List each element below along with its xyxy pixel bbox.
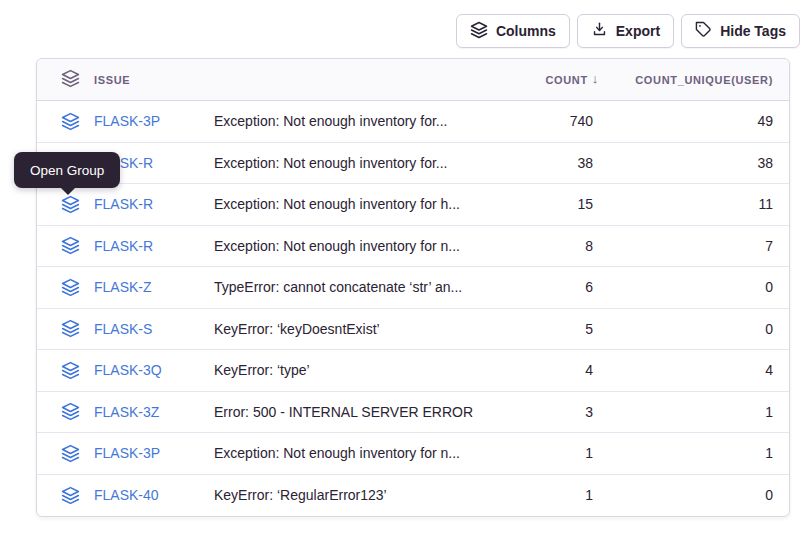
issue-cell: FLASK-40 bbox=[37, 486, 214, 505]
count-unique-value: 1 bbox=[609, 445, 789, 461]
table-row: FLASK-3P Exception: Not enough inventory… bbox=[37, 433, 789, 475]
table-row: FLASK-R Exception: Not enough inventory … bbox=[37, 226, 789, 268]
tag-icon bbox=[695, 21, 712, 41]
issue-link[interactable]: FLASK-3Q bbox=[94, 362, 162, 378]
table-header: ISSUE COUNT ↓ COUNT_UNIQUE(USER) bbox=[37, 59, 789, 101]
issue-title: Exception: Not enough inventory for n... bbox=[214, 445, 499, 461]
open-group-button[interactable] bbox=[61, 319, 80, 338]
toolbar: Columns Export Hide Tags bbox=[456, 14, 800, 48]
count-value: 1 bbox=[499, 445, 609, 461]
download-icon bbox=[591, 21, 608, 41]
table-row: FLASK-40 KeyError: ‘RegularError123’ 1 0 bbox=[37, 475, 789, 517]
issue-cell: FLASK-3P bbox=[37, 112, 214, 131]
layers-icon bbox=[470, 21, 488, 42]
issue-cell: FLASK-3P bbox=[37, 444, 214, 463]
open-group-button[interactable] bbox=[61, 195, 80, 214]
table-row: FLASK-Z TypeError: cannot concatenate ‘s… bbox=[37, 267, 789, 309]
count-unique-value: 0 bbox=[609, 279, 789, 295]
column-header-count-label: COUNT bbox=[545, 74, 587, 86]
count-value: 1 bbox=[499, 487, 609, 503]
issue-cell: FLASK-S bbox=[37, 319, 214, 338]
issue-link[interactable]: FLASK-3P bbox=[94, 113, 160, 129]
column-header-issue[interactable]: ISSUE bbox=[37, 69, 214, 90]
issue-title: Exception: Not enough inventory for... bbox=[214, 155, 499, 171]
count-value: 4 bbox=[499, 362, 609, 378]
issue-link[interactable]: FLASK-3P bbox=[94, 445, 160, 461]
open-group-button[interactable] bbox=[61, 278, 80, 297]
open-group-button[interactable] bbox=[61, 361, 80, 380]
table-row: FLASK-R Exception: Not enough inventory … bbox=[37, 184, 789, 226]
count-value: 5 bbox=[499, 321, 609, 337]
issue-cell: FLASK-3Z bbox=[37, 402, 214, 421]
table-row: FLASK-3Q KeyError: ‘type’ 4 4 bbox=[37, 350, 789, 392]
column-header-count[interactable]: COUNT ↓ bbox=[499, 72, 609, 87]
issue-title: KeyError: ‘keyDoesntExist’ bbox=[214, 321, 499, 337]
issue-title: Exception: Not enough inventory for n... bbox=[214, 238, 499, 254]
issue-cell: FLASK-3Q bbox=[37, 361, 214, 380]
issue-title: Exception: Not enough inventory for... bbox=[214, 113, 499, 129]
issue-cell: FLASK-R bbox=[37, 236, 214, 255]
count-unique-value: 11 bbox=[609, 196, 789, 212]
count-unique-value: 49 bbox=[609, 113, 789, 129]
count-value: 15 bbox=[499, 196, 609, 212]
discover-results-page: Columns Export Hide Tags bbox=[0, 0, 807, 538]
table-row: FLASK-R Exception: Not enough inventory … bbox=[37, 143, 789, 185]
open-group-button[interactable] bbox=[61, 402, 80, 421]
table-row: FLASK-3Z Error: 500 - INTERNAL SERVER ER… bbox=[37, 392, 789, 434]
issue-link[interactable]: FLASK-Z bbox=[94, 279, 152, 295]
issue-link[interactable]: FLASK-R bbox=[94, 238, 153, 254]
columns-button[interactable]: Columns bbox=[456, 14, 570, 48]
column-header-count-unique[interactable]: COUNT_UNIQUE(USER) bbox=[609, 74, 789, 86]
export-button[interactable]: Export bbox=[577, 14, 674, 48]
table-row: FLASK-3P Exception: Not enough inventory… bbox=[37, 101, 789, 143]
count-value: 38 bbox=[499, 155, 609, 171]
issue-link[interactable]: FLASK-S bbox=[94, 321, 152, 337]
table-row: FLASK-S KeyError: ‘keyDoesntExist’ 5 0 bbox=[37, 309, 789, 351]
count-unique-value: 38 bbox=[609, 155, 789, 171]
column-header-issue-label: ISSUE bbox=[94, 74, 130, 86]
count-unique-value: 0 bbox=[609, 487, 789, 503]
issue-link[interactable]: FLASK-3Z bbox=[94, 404, 159, 420]
export-button-label: Export bbox=[616, 23, 660, 39]
issue-title: KeyError: ‘RegularError123’ bbox=[214, 487, 499, 503]
count-unique-value: 7 bbox=[609, 238, 789, 254]
issue-link[interactable]: FLASK-40 bbox=[94, 487, 159, 503]
layers-icon bbox=[61, 69, 80, 90]
count-value: 3 bbox=[499, 404, 609, 420]
issue-cell: FLASK-R bbox=[37, 195, 214, 214]
issue-title: TypeError: cannot concatenate ‘str’ an..… bbox=[214, 279, 499, 295]
issue-title: Exception: Not enough inventory for h... bbox=[214, 196, 499, 212]
count-value: 8 bbox=[499, 238, 609, 254]
count-unique-value: 0 bbox=[609, 321, 789, 337]
issue-cell: FLASK-Z bbox=[37, 278, 214, 297]
count-unique-value: 1 bbox=[609, 404, 789, 420]
open-group-tooltip: Open Group bbox=[14, 152, 120, 188]
issue-link[interactable]: FLASK-R bbox=[94, 196, 153, 212]
issue-title: KeyError: ‘type’ bbox=[214, 362, 499, 378]
table-body: FLASK-3P Exception: Not enough inventory… bbox=[37, 101, 789, 516]
hide-tags-button-label: Hide Tags bbox=[720, 23, 786, 39]
columns-button-label: Columns bbox=[496, 23, 556, 39]
open-group-button[interactable] bbox=[61, 486, 80, 505]
open-group-button[interactable] bbox=[61, 444, 80, 463]
results-table: ISSUE COUNT ↓ COUNT_UNIQUE(USER) FLASK-3… bbox=[36, 58, 790, 517]
open-group-button[interactable] bbox=[61, 236, 80, 255]
count-value: 6 bbox=[499, 279, 609, 295]
open-group-tooltip-label: Open Group bbox=[30, 163, 104, 178]
hide-tags-button[interactable]: Hide Tags bbox=[681, 14, 800, 48]
issue-title: Error: 500 - INTERNAL SERVER ERROR bbox=[214, 404, 499, 420]
open-group-button[interactable] bbox=[61, 112, 80, 131]
count-unique-value: 4 bbox=[609, 362, 789, 378]
count-value: 740 bbox=[499, 113, 609, 129]
sort-desc-icon: ↓ bbox=[592, 71, 599, 86]
